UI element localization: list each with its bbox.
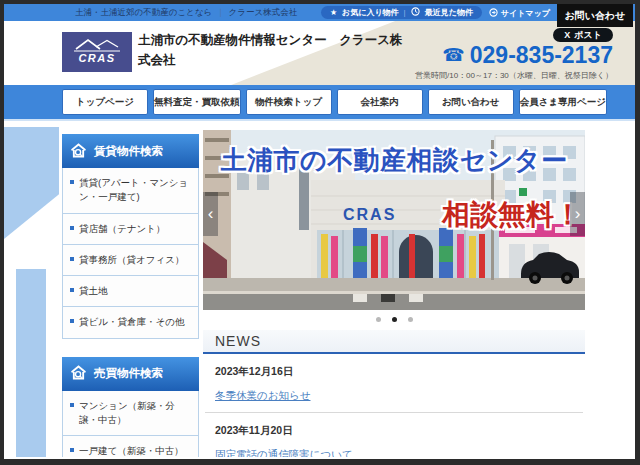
bullet-icon [70, 403, 74, 407]
nav-top-page[interactable]: トップページ [62, 89, 148, 115]
news-item: 2023年12月16日 冬季休業のお知らせ [205, 354, 583, 413]
sidebar-item-label: 貸土地 [79, 284, 108, 298]
site-title-line1: 土浦市の不動産物件情報センター クラース株 [138, 30, 410, 50]
contact-button-top[interactable]: お問い合わせ [557, 4, 633, 27]
sidebar-item-rental-building[interactable]: 貸ビル・貸倉庫・その他 [62, 307, 199, 338]
webpage: 土浦・土浦近郊の不動産のことなら｜クラース株式会社 ★ お気に入り物件 | 最近… [4, 4, 635, 459]
sidebar-gap [62, 339, 199, 357]
bullet-icon [70, 226, 74, 230]
company-logo[interactable]: CRAS [62, 32, 132, 72]
slider-dot-1[interactable] [376, 317, 381, 322]
browser-screenshot-frame: 土浦・土浦近郊の不動産のことなら｜クラース株式会社 ★ お気に入り物件 | 最近… [0, 0, 640, 465]
sidebar-item-sale-mansion[interactable]: マンション（新築・分譲・中古） [62, 391, 199, 437]
sale-search-header: 売買物件検索 [62, 357, 199, 391]
site-title-line2: 式会社 [138, 50, 410, 70]
nav-member-page[interactable]: 会員さま専用ページ [519, 89, 607, 115]
logo-text: CRAS [78, 52, 115, 64]
nav-free-assessment[interactable]: 無料査定・買取依頼 [153, 89, 241, 115]
house-search-icon [70, 142, 87, 161]
site-header: CRAS 土浦市の不動産物件情報センター クラース株 式会社 X ポスト ☎ 0… [4, 21, 635, 85]
tagline-text: 土浦・土浦近郊の不動産のことなら [75, 7, 212, 17]
topbar-links: ★ お気に入り物件 | 最近見た物件 サイトマップ お問い合わせ [321, 4, 635, 27]
x-logo-icon: X [564, 30, 570, 40]
sitemap-link[interactable]: サイトマップ [489, 8, 550, 19]
bullet-icon [70, 288, 74, 292]
slider-overlay-subtitle: 相談無料！ [442, 196, 582, 234]
business-hours: 営業時間/10：00～17：30（水曜、日曜、祝祭日除く） [415, 70, 613, 81]
arrow-circle-icon [489, 8, 498, 19]
chevron-right-icon: › [575, 204, 581, 224]
x-post-button[interactable]: X ポスト [553, 28, 613, 42]
sidebar-item-label: 賃貸(アパート・マンション・一戸建て) [79, 176, 191, 205]
news-date: 2023年12月16日 [215, 365, 573, 379]
sidebar-item-label: 貸事務所（貸オフィス） [79, 253, 184, 267]
sidebar-item-label: 貸ビル・貸倉庫・その他 [79, 315, 184, 329]
sidebar-item-label: 貸店舗（テナント） [79, 222, 165, 236]
decorative-blue-strip [16, 269, 46, 457]
cras-houses-logo-icon: CRAS [62, 32, 132, 72]
phone-icon: ☎ [442, 46, 464, 66]
site-tagline: 土浦・土浦近郊の不動産のことなら｜クラース株式会社 [75, 7, 297, 19]
sidebar-item-rental-apartment[interactable]: 賃貸(アパート・マンション・一戸建て) [62, 168, 199, 214]
news-link-phone-outage[interactable]: 固定電話の通信障害について [215, 448, 353, 457]
slider-overlay-title: 土浦市の不動産相談センター [203, 143, 585, 178]
bullet-icon [70, 257, 74, 261]
star-icon: ★ [330, 8, 337, 17]
decorative-blue-shape-top [4, 127, 59, 239]
pill-separator: | [404, 8, 406, 17]
sidebar-item-label: 一戸建て（新築・中古） [79, 444, 184, 457]
nav-contact[interactable]: お問い合わせ [428, 89, 514, 115]
news-date: 2023年11月20日 [215, 424, 573, 438]
company-short-name: クラース株式会社 [229, 7, 298, 17]
house-search-icon [70, 364, 87, 383]
rental-search-title: 賃貸物件検索 [94, 144, 163, 159]
sidebar-item-rental-office[interactable]: 貸事務所（貸オフィス） [62, 245, 199, 276]
sidebar-item-label: マンション（新築・分譲・中古） [79, 399, 191, 428]
phone-number-row: ☎ 029-835-2137 [415, 43, 613, 68]
news-section-title: NEWS [203, 330, 585, 354]
nav-property-search[interactable]: 物件検索トップ [246, 89, 332, 115]
header-contact-block: X ポスト ☎ 029-835-2137 営業時間/10：00～17：30（水曜… [415, 24, 613, 81]
phone-number: 029-835-2137 [470, 43, 613, 68]
favorites-link[interactable]: お気に入り物件 [342, 7, 399, 18]
sidebar-item-rental-land[interactable]: 貸土地 [62, 276, 199, 307]
nav-company-info[interactable]: 会社案内 [337, 89, 423, 115]
sidebar-item-rental-shop[interactable]: 貸店舗（テナント） [62, 214, 199, 245]
contact-button-label: お問い合わせ [565, 9, 626, 23]
site-title: 土浦市の不動産物件情報センター クラース株 式会社 [138, 30, 410, 70]
bullet-icon [70, 448, 74, 452]
building-sign-text: CRAS [343, 206, 396, 223]
rental-search-header: 賃貸物件検索 [62, 134, 199, 168]
slider-pagination [203, 317, 585, 322]
main-navigation: トップページ 無料査定・買取依頼 物件検索トップ 会社案内 お問い合わせ 会員さ… [4, 85, 635, 121]
news-item: 2023年11月20日 固定電話の通信障害について [205, 413, 583, 457]
chevron-left-icon: ‹ [208, 204, 214, 224]
sidebar-item-sale-house[interactable]: 一戸建て（新築・中古） [62, 436, 199, 457]
sale-search-title: 売買物件検索 [94, 366, 163, 381]
search-sidebar: 賃貸物件検索 賃貸(アパート・マンション・一戸建て) 貸店舗（テナント） 貸事務… [62, 134, 199, 457]
news-link-winter-holiday[interactable]: 冬季休業のお知らせ [215, 389, 310, 401]
hero-slider: CRAS [203, 130, 585, 310]
favorites-recent-pill: ★ お気に入り物件 | 最近見た物件 [321, 6, 482, 19]
recently-viewed-link[interactable]: 最近見た物件 [425, 7, 473, 18]
tagline-divider: ｜ [212, 7, 228, 17]
bullet-icon [70, 319, 74, 323]
slider-next-button[interactable]: › [570, 192, 585, 236]
top-utility-bar: 土浦・土浦近郊の不動産のことなら｜クラース株式会社 ★ お気に入り物件 | 最近… [4, 4, 635, 21]
slider-prev-button[interactable]: ‹ [203, 192, 218, 236]
page-content: 賃貸物件検索 賃貸(アパート・マンション・一戸建て) 貸店舗（テナント） 貸事務… [4, 121, 635, 457]
clock-icon [411, 7, 420, 18]
sitemap-label: サイトマップ [501, 8, 550, 19]
post-button-label: ポスト [574, 29, 602, 42]
main-column: CRAS [203, 130, 585, 457]
news-section: NEWS 2023年12月16日 冬季休業のお知らせ 2023年11月20日 固… [203, 330, 585, 457]
bullet-icon [70, 180, 74, 184]
slider-dot-3[interactable] [408, 317, 413, 322]
slider-dot-2-active[interactable] [392, 317, 397, 322]
